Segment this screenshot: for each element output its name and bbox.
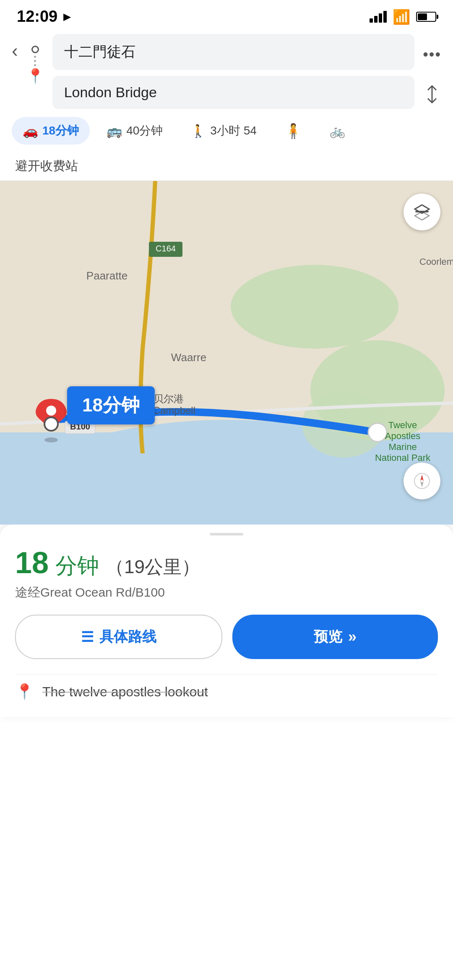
transit-time: 40分钟 xyxy=(126,123,163,139)
details-button[interactable]: ☰ 具体路线 xyxy=(15,615,222,659)
route-distance: （19公里） xyxy=(106,555,200,579)
panel-handle xyxy=(210,533,243,535)
car-icon: 🚗 xyxy=(23,124,38,138)
svg-text:C164: C164 xyxy=(156,244,176,253)
transport-bike[interactable]: 🚲 xyxy=(319,118,356,144)
transport-other[interactable]: 🧍 xyxy=(273,116,313,145)
dest-pin-icon: 📍 xyxy=(15,683,34,701)
transport-walk[interactable]: 🚶 3小时 54 xyxy=(180,117,268,145)
chevrons-icon: » xyxy=(348,628,357,646)
transport-car[interactable]: 🚗 18分钟 xyxy=(12,117,90,145)
svg-text:Paaratte: Paaratte xyxy=(86,269,128,282)
location-arrow-icon: ► xyxy=(61,10,73,24)
list-icon: ☰ xyxy=(81,628,94,645)
svg-text:Twelve: Twelve xyxy=(388,420,417,430)
svg-marker-28 xyxy=(420,481,424,487)
transport-options: 🚗 18分钟 🚌 40分钟 🚶 3小时 54 🧍 🚲 xyxy=(0,109,453,153)
svg-rect-2 xyxy=(0,432,453,525)
origin-input[interactable]: 十二門徒石 xyxy=(52,34,415,70)
route-time-unit: 分钟 xyxy=(55,551,99,581)
dest-name: The twelve apostles lookout xyxy=(42,684,208,700)
transit-icon: 🚌 xyxy=(107,124,122,138)
origin-dot xyxy=(31,46,39,53)
bike-icon: 🚲 xyxy=(330,124,345,138)
map-route-time-badge: 18分钟 xyxy=(67,386,155,424)
wifi-icon: 📶 xyxy=(393,8,410,25)
route-bottom-panel: 18 分钟 （19公里） 途经Great Ocean Rd/B100 ☰ 具体路… xyxy=(0,525,453,717)
svg-text:Waarre: Waarre xyxy=(171,351,206,364)
svg-point-3 xyxy=(231,265,398,349)
svg-text:Marine: Marine xyxy=(388,442,417,452)
time-display: 12:09 xyxy=(17,8,57,26)
svg-point-8 xyxy=(368,423,387,442)
connector-dots xyxy=(34,56,36,66)
status-time: 12:09 ► xyxy=(17,8,73,26)
route-time-number: 18 xyxy=(15,546,49,580)
preview-button[interactable]: 预览 » xyxy=(232,615,438,659)
back-button[interactable]: ‹ xyxy=(12,41,18,60)
map-layers-button[interactable] xyxy=(404,194,440,230)
status-icons: 📶 xyxy=(370,8,436,25)
route-connector: 📍 xyxy=(26,46,44,83)
details-label: 具体路线 xyxy=(99,627,156,646)
more-options-button[interactable]: ••• xyxy=(423,46,441,63)
signal-icon xyxy=(370,11,387,23)
car-time: 18分钟 xyxy=(42,123,79,139)
walk-time: 3小时 54 xyxy=(210,123,257,139)
preview-label: 预览 xyxy=(314,627,342,646)
search-header: ‹ 📍 十二門徒石 London Bridge ••• xyxy=(0,30,453,109)
svg-marker-27 xyxy=(420,475,424,481)
svg-text:National Park: National Park xyxy=(375,453,431,463)
svg-text:Apostles: Apostles xyxy=(385,431,420,441)
route-via: 途经Great Ocean Rd/B100 xyxy=(15,584,438,601)
svg-point-9 xyxy=(44,437,58,442)
other-icon: 🧍 xyxy=(284,122,302,139)
svg-text:Coorlemung: Coorlemung xyxy=(419,256,453,267)
battery-icon xyxy=(416,12,436,22)
map-compass-button[interactable] xyxy=(404,463,440,499)
search-fields: 十二門徒石 London Bridge xyxy=(52,34,415,109)
status-bar: 12:09 ► 📶 xyxy=(0,0,453,30)
route-actions: ☰ 具体路线 预览 » xyxy=(15,615,438,659)
route-summary: 18 分钟 （19公里） xyxy=(15,546,438,581)
destination-pin-icon: 📍 xyxy=(26,69,44,83)
swap-directions-button[interactable] xyxy=(424,85,440,103)
map-area[interactable]: C164 B100 Paaratte Waarre 坎贝尔港 Port Camp… xyxy=(0,181,453,525)
walk-icon: 🚶 xyxy=(190,124,206,138)
svg-point-11 xyxy=(44,417,58,431)
svg-point-10 xyxy=(46,406,56,416)
bottom-destination: 📍 The twelve apostles lookout xyxy=(15,674,438,705)
transport-transit[interactable]: 🚌 40分钟 xyxy=(96,117,174,145)
destination-input[interactable]: London Bridge xyxy=(52,76,415,109)
avoid-tolls-label: 避开收费站 xyxy=(0,153,453,181)
